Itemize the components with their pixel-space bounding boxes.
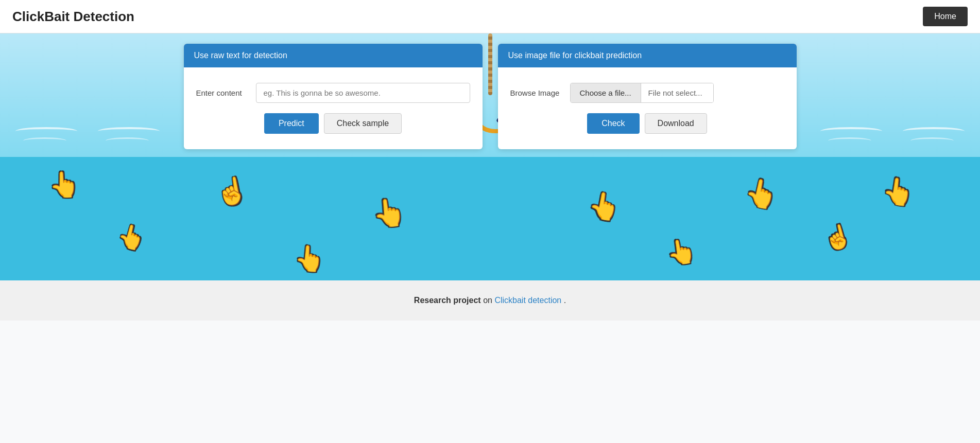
brand-title: ClickBait Detection [12, 9, 134, 25]
browse-image-label: Browse Image [510, 88, 562, 97]
footer-on-text: on [483, 296, 494, 305]
water-background [0, 157, 980, 280]
predict-button[interactable]: Predict [264, 113, 319, 134]
choose-file-button[interactable]: Choose a file... [571, 83, 641, 102]
image-card-body: Browse Image Choose a file... File not s… [498, 67, 797, 149]
image-card-header: Use image file for clickbait prediction [498, 44, 797, 67]
cards-container: Use raw text for detection Enter content… [0, 44, 980, 149]
image-detection-card: Use image file for clickbait prediction … [498, 44, 797, 149]
text-card-buttons: Predict Check sample [196, 113, 470, 134]
footer-text: Research project on Clickbait detection … [414, 296, 566, 305]
clickbait-detection-link[interactable]: Clickbait detection [494, 296, 561, 305]
text-detection-card: Use raw text for detection Enter content… [184, 44, 483, 149]
footer: Research project on Clickbait detection … [0, 280, 980, 321]
download-button[interactable]: Download [645, 113, 707, 134]
navbar: ClickBait Detection Home [0, 0, 980, 33]
text-input-row: Enter content [196, 83, 470, 103]
image-card-buttons: Check Download [510, 113, 784, 134]
content-input[interactable] [256, 83, 470, 103]
footer-period: . [564, 296, 566, 305]
footer-bold-text: Research project [414, 296, 481, 305]
hero-banner: 👆 👆 ☝️ 👆 👆 👆 👆 👆 ☝️ 👆 Use raw text for d… [0, 33, 980, 280]
browse-image-row: Browse Image Choose a file... File not s… [510, 83, 784, 103]
home-button[interactable]: Home [923, 7, 968, 26]
check-sample-button[interactable]: Check sample [324, 113, 402, 134]
file-input-wrapper: Choose a file... File not select... [570, 83, 714, 103]
file-name-display: File not select... [641, 83, 713, 102]
text-card-header: Use raw text for detection [184, 44, 483, 67]
text-card-body: Enter content Predict Check sample [184, 67, 483, 149]
check-button[interactable]: Check [587, 113, 639, 134]
enter-content-label: Enter content [196, 88, 248, 97]
